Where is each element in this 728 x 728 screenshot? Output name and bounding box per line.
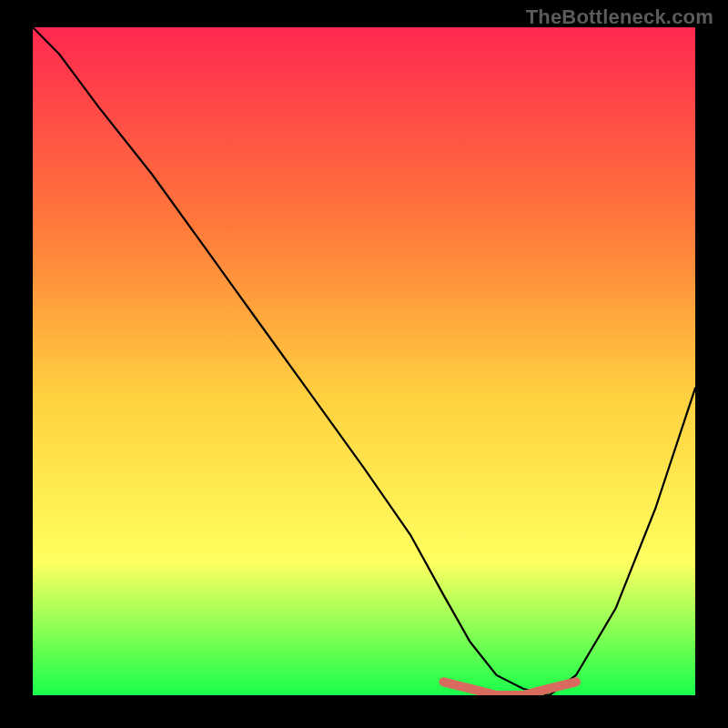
plot-area [33, 27, 695, 695]
chart-frame: TheBottleneck.com [0, 0, 728, 728]
bottleneck-chart [33, 27, 695, 695]
gradient-background [33, 27, 695, 695]
watermark-text: TheBottleneck.com [526, 5, 713, 29]
